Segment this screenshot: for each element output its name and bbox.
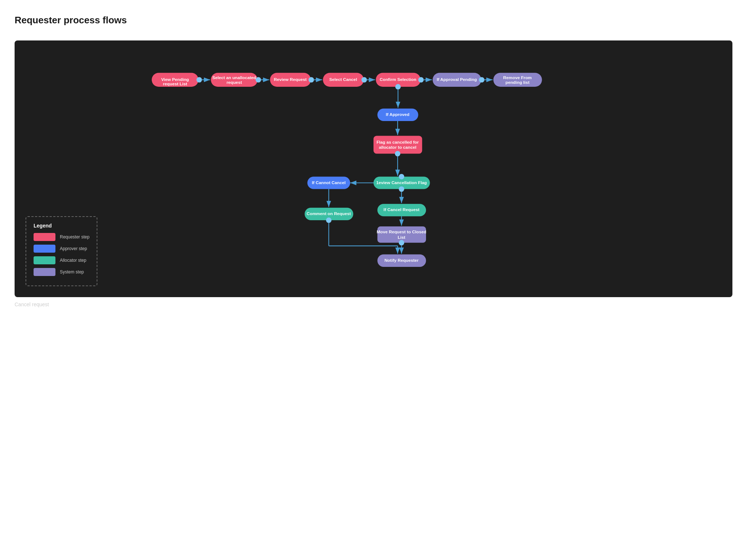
node-review-cancel-flag-label: 1eview Cancellation Flag: [376, 180, 427, 185]
connector-comment-bottom: [326, 217, 332, 223]
node-select-cancel-label: Select Cancel: [329, 77, 357, 82]
legend-label-system: System step: [60, 269, 84, 275]
node-flag-cancelled-label2: allocator to cancel: [379, 145, 417, 149]
legend-label-approver: Approver step: [60, 246, 87, 251]
legend-item-requester: Requester step: [34, 233, 89, 241]
connector-review-bottom: [399, 186, 404, 192]
connector-2: [256, 77, 261, 82]
connector-move-bottom: [399, 240, 404, 245]
connector-review-top: [399, 174, 404, 179]
legend-color-approver: [34, 245, 55, 253]
connector-4: [361, 77, 367, 82]
node-review-request-label: Review Request: [274, 77, 307, 82]
legend-color-requester: [34, 233, 55, 241]
node-if-cancel-request-label: If Cancel Request: [384, 207, 419, 212]
node-if-approval-pending-label: If Approval Pending: [437, 77, 477, 82]
legend-title: Legend: [34, 223, 89, 229]
page-title: Requester process flows: [15, 15, 732, 26]
legend-label-allocator: Allocator step: [60, 258, 86, 263]
node-remove-from-pending-label1: Remove From: [503, 75, 532, 80]
node-select-unallocated-label1: Select an unallocated: [212, 75, 256, 80]
node-move-to-closed-label1: Move Request to Closed: [377, 229, 426, 234]
node-confirm-selection-label: Confirm Selection: [380, 77, 416, 82]
legend-item-allocator: Allocator step: [34, 256, 89, 264]
node-select-unallocated-label2: request: [227, 80, 242, 85]
connector-flag-down: [395, 151, 400, 156]
node-move-to-closed-label2: List: [398, 235, 405, 240]
diagram-subtitle: Cancel request: [15, 302, 732, 307]
connector-3: [309, 77, 314, 82]
node-view-pending-label2: request List: [163, 81, 187, 86]
connector-1: [197, 77, 202, 82]
connector-5: [418, 77, 424, 82]
legend-label-requester: Requester step: [60, 234, 89, 240]
node-remove-from-pending-label2: pending list: [506, 80, 530, 85]
connector-confirm-down: [395, 84, 401, 90]
node-comment-label: Comment on Request: [307, 211, 351, 216]
legend-color-system: [34, 268, 55, 276]
diagram-container: View Pending request List Select an unal…: [15, 40, 732, 297]
flow-diagram: View Pending request List Select an unal…: [26, 51, 721, 285]
legend: Legend Requester step Approver step Allo…: [26, 216, 97, 286]
node-if-cannot-cancel-label: If Cannot Cancel: [312, 180, 345, 185]
legend-item-approver: Approver step: [34, 245, 89, 253]
connector-6: [479, 77, 484, 82]
node-if-approved-label: If Approved: [386, 112, 410, 117]
legend-color-allocator: [34, 256, 55, 264]
node-flag-cancelled-label1: Flag as cancelled for: [376, 140, 419, 144]
legend-item-system: System step: [34, 268, 89, 276]
node-notify-requester-label: Notify Requester: [384, 258, 419, 262]
